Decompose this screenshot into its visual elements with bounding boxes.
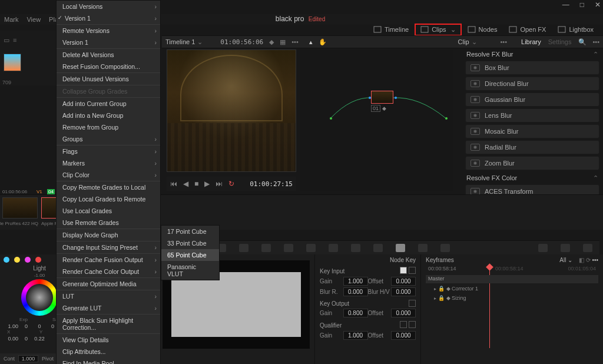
- menu-lut[interactable]: LUT: [57, 290, 160, 302]
- fx-more-icon[interactable]: •••: [592, 38, 599, 45]
- lut-panasonic-vlut[interactable]: Panasonic VLUT: [161, 261, 219, 280]
- node-output-dot[interactable]: [445, 117, 448, 120]
- node-thumb[interactable]: [371, 91, 393, 104]
- q-offset[interactable]: [391, 331, 416, 340]
- window-icon[interactable]: [329, 244, 338, 252]
- dot-red[interactable]: [35, 257, 41, 263]
- q-gain[interactable]: [343, 331, 368, 340]
- ki-offset[interactable]: [391, 277, 416, 286]
- menu-reset-fusion-composition-[interactable]: Reset Fusion Composition...: [57, 61, 160, 72]
- node-opts-icon[interactable]: •••: [501, 38, 508, 45]
- key-output-toggle[interactable]: [409, 300, 416, 307]
- menu-add-into-a-new-group[interactable]: Add into a New Group: [57, 110, 160, 121]
- magic-icon[interactable]: [373, 244, 383, 252]
- timeline-dropdown[interactable]: Timeline 1: [165, 38, 195, 45]
- toggle-clips[interactable]: Clips⌄: [415, 24, 461, 36]
- play-button[interactable]: ▶: [204, 180, 210, 188]
- key-icon[interactable]: [396, 244, 405, 252]
- toggle-nodes[interactable]: Nodes: [462, 24, 503, 35]
- viewer-timecode[interactable]: 01:00:27:15: [250, 180, 293, 188]
- menu-remote-versions[interactable]: Remote Versions: [57, 24, 160, 37]
- color-viewer[interactable]: [167, 49, 296, 172]
- cont-input[interactable]: [18, 355, 38, 362]
- prev-button[interactable]: ◀: [183, 180, 188, 188]
- kf-icon[interactable]: [583, 244, 592, 252]
- collapse-icon[interactable]: ⌃: [593, 174, 598, 182]
- gallery-tab-icon[interactable]: ▭: [4, 37, 9, 44]
- pointer-icon[interactable]: ▴: [309, 38, 313, 46]
- hand-icon[interactable]: ✋: [319, 38, 327, 46]
- chevron-down-icon[interactable]: ⌄: [197, 38, 203, 46]
- ki-blurr[interactable]: [343, 287, 368, 296]
- settings-tab[interactable]: Settings: [548, 38, 572, 45]
- dot-yellow[interactable]: [14, 257, 20, 263]
- close-icon[interactable]: ✕: [595, 1, 601, 9]
- menu-delete-unused-versions[interactable]: Delete Unused Versions: [57, 72, 160, 85]
- menu-copy-remote-grades-to-local[interactable]: Copy Remote Grades to Local: [57, 181, 160, 193]
- grid-icon[interactable]: ▦: [280, 38, 286, 46]
- menu-local-versions[interactable]: Local Versions: [57, 1, 160, 12]
- qual-toggle2[interactable]: [409, 321, 416, 328]
- thumb-1[interactable]: [2, 197, 38, 219]
- light-wheel[interactable]: [21, 279, 58, 316]
- sizing-icon[interactable]: [418, 244, 428, 252]
- menu-add-into-current-group[interactable]: Add into Current Group: [57, 97, 160, 110]
- menu-generate-lut[interactable]: Generate LUT: [57, 302, 160, 314]
- 3d-icon[interactable]: [440, 244, 450, 252]
- fx-gaussian-blur[interactable]: Gaussian Blur: [465, 92, 599, 107]
- menu-markers[interactable]: Markers: [57, 157, 160, 169]
- fx-mosaic-blur[interactable]: Mosaic Blur: [465, 124, 599, 138]
- dot-magenta[interactable]: [25, 257, 31, 263]
- motion-icon[interactable]: [261, 244, 271, 252]
- lut-17-point-cube[interactable]: 17 Point Cube: [161, 226, 219, 237]
- toggle-open-fx[interactable]: Open FX: [503, 24, 552, 35]
- menu-find-in-media-pool[interactable]: Find In Media Pool: [57, 358, 160, 364]
- key-input-toggle1[interactable]: [400, 267, 407, 274]
- ko-offset[interactable]: [391, 309, 416, 317]
- minimize-icon[interactable]: —: [562, 1, 569, 9]
- maximize-icon[interactable]: □: [580, 1, 584, 9]
- menu-mark[interactable]: Mark: [0, 16, 22, 23]
- menu-remove-from-group[interactable]: Remove from Group: [57, 121, 160, 133]
- kf-opt1-icon[interactable]: ◧: [579, 257, 584, 263]
- menu-groups[interactable]: Groups: [57, 133, 160, 145]
- fx-radial-blur[interactable]: Radial Blur: [465, 140, 599, 154]
- chevron-down-icon[interactable]: ⌄: [472, 38, 477, 46]
- more-icon[interactable]: •••: [291, 38, 299, 45]
- ki-blurhv[interactable]: [391, 287, 416, 296]
- fx-box-blur[interactable]: Box Blur: [465, 61, 599, 75]
- kf-track-corrector[interactable]: Corrector 1: [452, 286, 478, 292]
- menu-render-cache-fusion-output[interactable]: Render Cache Fusion Output: [57, 253, 160, 266]
- tracking-icon[interactable]: [351, 244, 360, 252]
- menu-use-local-grades[interactable]: Use Local Grades: [57, 205, 160, 217]
- node-blue-out[interactable]: [395, 97, 397, 99]
- first-frame-button[interactable]: ⏮: [170, 180, 177, 188]
- loop-button[interactable]: ↻: [228, 180, 234, 188]
- chevron-down-icon[interactable]: ⌄: [568, 257, 572, 263]
- toggle-timeline[interactable]: Timeline: [367, 24, 415, 35]
- search-icon[interactable]: 🔍: [578, 38, 587, 46]
- fx-group-header[interactable]: Resolve FX Color: [466, 174, 517, 182]
- menu-clip-color[interactable]: Clip Color: [57, 169, 160, 181]
- menu-flags[interactable]: Flags: [57, 145, 160, 157]
- last-frame-button[interactable]: ⏭: [216, 180, 223, 188]
- menu-generate-optimized-media[interactable]: Generate Optimized Media: [57, 277, 160, 290]
- node-graph[interactable]: 01 ◆: [300, 49, 453, 191]
- menu-version-1[interactable]: Version 1: [57, 37, 160, 48]
- menu-copy-local-grades-to-remote[interactable]: Copy Local Grades to Remote: [57, 193, 160, 205]
- fx-directional-blur[interactable]: Directional Blur: [465, 77, 599, 91]
- clip-dropdown[interactable]: Clip: [458, 38, 469, 45]
- collapse-icon[interactable]: ⌃: [593, 51, 598, 58]
- menu-display-node-graph[interactable]: Display Node Graph: [57, 229, 160, 241]
- kf-track-sizing[interactable]: Sizing: [452, 295, 466, 301]
- gallery-list-icon[interactable]: ≡: [13, 37, 16, 44]
- menu-view[interactable]: View: [22, 16, 45, 23]
- menu-render-cache-color-output[interactable]: Render Cache Color Output: [57, 266, 160, 277]
- toggle-lightbox[interactable]: Lightbox: [552, 24, 599, 35]
- ki-gain[interactable]: [343, 277, 368, 286]
- menu-view-clip-details[interactable]: View Clip Details: [57, 333, 160, 346]
- node-blue-in[interactable]: [369, 97, 371, 99]
- key-input-toggle2[interactable]: [409, 267, 416, 274]
- stop-button[interactable]: ■: [194, 180, 198, 188]
- dot-cyan[interactable]: [4, 257, 9, 263]
